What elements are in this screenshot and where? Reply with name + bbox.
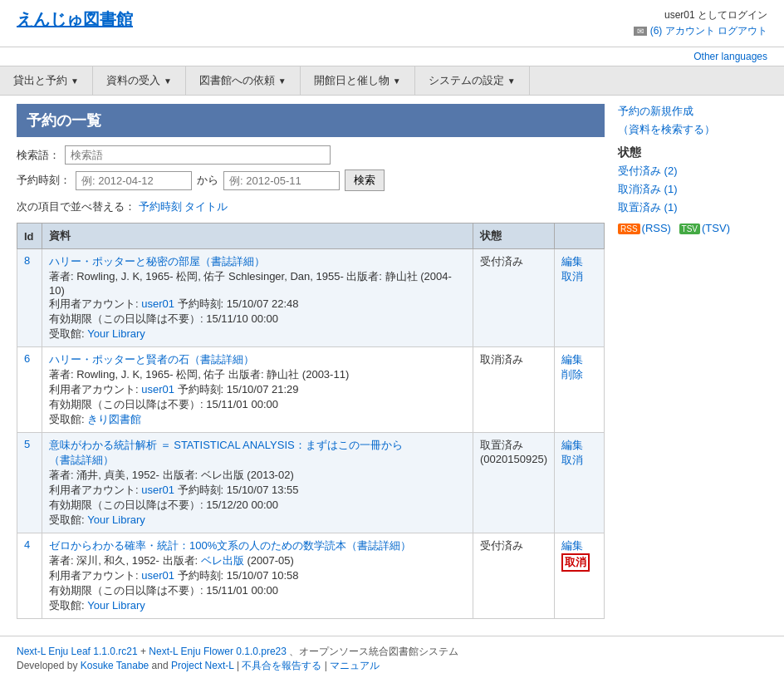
other-languages-bar: Other languages [0, 47, 784, 66]
row4-actions: 編集 取消 [555, 533, 605, 619]
main-content: 予約の一覧 検索語： 予約時刻： から 検索 次の項目で並べ替える： 予約時刻 … [0, 96, 784, 627]
row3-id-link[interactable]: 5 [24, 438, 30, 450]
email-icon: ✉ [634, 27, 647, 36]
row4-detail-link[interactable]: （書誌詳細） [346, 539, 411, 552]
sidebar-feeds: RSS(RSS) TSV(TSV) [618, 222, 767, 234]
row2-library-link[interactable]: きり図書館 [87, 413, 141, 425]
row2-delete-link[interactable]: 削除 [561, 367, 597, 382]
search-button[interactable]: 検索 [345, 170, 385, 191]
sidebar-reserved-link[interactable]: 取置済み (1) [618, 201, 678, 214]
row3-title-link[interactable]: 意味がわかる統計解析 ＝ STATISTICAL ANALYSIS：まずはこの一… [49, 439, 403, 451]
row2-title-link[interactable]: ハリー・ポッターと賢者の石 [49, 353, 189, 366]
row3-account: 利用者アカウント: user01 予約時刻: 15/10/07 13:55 [49, 483, 466, 498]
row1-expire: 有効期限（この日以降は不要）: 15/11/10 00:00 [49, 312, 466, 327]
row4-library-link[interactable]: Your Library [87, 599, 145, 612]
footer-bugreport-link[interactable]: 不具合を報告する [242, 660, 321, 671]
row3-actions: 編集 取消 [555, 433, 605, 533]
date-to-input[interactable] [223, 171, 340, 190]
row4-material: ゼロからわかる確率・統計：100%文系の人のための数学読本（書誌詳細） 著者: … [42, 533, 473, 619]
nav-settings[interactable]: システムの設定 ▼ [415, 66, 530, 95]
table-row: 5 意味がわかる統計解析 ＝ STATISTICAL ANALYSIS：まずはこ… [17, 433, 605, 533]
sidebar-accepted-link[interactable]: 受付済み (2) [618, 165, 678, 177]
navbar: 貸出と予約 ▼ 資料の受入 ▼ 図書館への依頼 ▼ 開館日と催し物 ▼ システム… [0, 66, 784, 96]
row4-id: 4 [17, 533, 42, 619]
row2-authors: 著者: Rowling, J. K, 1965- 松岡, 佑子 出版者: 静山社… [49, 367, 466, 382]
nav-events-arrow: ▼ [393, 76, 401, 86]
tsv-link[interactable]: (TSV) [702, 222, 730, 234]
row4-cancel-link[interactable]: 取消 [561, 553, 590, 572]
nav-acquisition-label: 資料の受入 [106, 73, 160, 88]
sidebar-cancelled-link[interactable]: 取消済み (1) [618, 183, 678, 195]
account-logout-link[interactable]: (6) アカウント ログアウト [650, 24, 767, 38]
search-material-link[interactable]: （資料を検索する） [618, 123, 715, 135]
date-row: 予約時刻： から 検索 [17, 170, 605, 191]
keyword-input[interactable] [65, 145, 331, 165]
row3-edit-link[interactable]: 編集 [561, 438, 597, 453]
row3-library-link[interactable]: Your Library [87, 513, 145, 526]
row3-detail-link[interactable]: （書誌詳細） [49, 454, 114, 466]
site-title: えんじゅ図書館 [17, 8, 133, 31]
other-languages-link[interactable]: Other languages [693, 51, 767, 62]
row3-user-link[interactable]: user01 [141, 484, 174, 496]
table-row: 4 ゼロからわかる確率・統計：100%文系の人のための数学読本（書誌詳細） 著者… [17, 533, 605, 619]
row1-library-link[interactable]: Your Library [87, 327, 145, 340]
new-reserve-link[interactable]: 予約の新規作成 [618, 105, 693, 117]
nav-lending[interactable]: 貸出と予約 ▼ [0, 66, 93, 95]
row1-library: 受取館: Your Library [49, 327, 466, 341]
nav-acquisition-arrow: ▼ [164, 76, 172, 86]
row4-publisher-link[interactable]: ベレ出版 [201, 554, 244, 567]
row1-user-link[interactable]: user01 [141, 297, 174, 310]
row2-id-link[interactable]: 6 [24, 352, 30, 365]
rss-link[interactable]: (RSS) [642, 222, 671, 234]
page-title: 予約の一覧 [27, 111, 595, 130]
nav-acquisition[interactable]: 資料の受入 ▼ [93, 66, 186, 95]
nav-request-arrow: ▼ [278, 76, 287, 86]
row4-user-link[interactable]: user01 [141, 569, 174, 582]
row1-title-link[interactable]: ハリー・ポッターと秘密の部屋 [49, 255, 200, 268]
row4-edit-link[interactable]: 編集 [561, 538, 597, 553]
row1-edit-link[interactable]: 編集 [561, 254, 597, 269]
site-title-link[interactable]: えんじゅ図書館 [17, 10, 133, 28]
footer-flower-link[interactable]: Next-L Enju Flower 0.1.0.pre23 [149, 646, 287, 657]
footer-leaf-link[interactable]: Next-L Enju Leaf 1.1.0.rc21 [17, 646, 138, 657]
table-row: 8 ハリー・ポッターと秘密の部屋（書誌詳細） 著者: Rowling, J. K… [17, 249, 605, 347]
nav-events[interactable]: 開館日と催し物 ▼ [301, 66, 415, 95]
row2-actions: 編集 削除 [555, 347, 605, 433]
row2-expire: 有効期限（この日以降は不要）: 15/11/01 00:00 [49, 397, 466, 412]
row4-id-link[interactable]: 4 [24, 538, 30, 551]
row2-library: 受取館: きり図書館 [49, 412, 466, 427]
reserves-table: Id 資料 状態 8 ハリー・ポッターと秘密の部屋（書誌詳細） 著者: Rowl… [17, 223, 605, 619]
row2-user-link[interactable]: user01 [141, 383, 174, 396]
footer-manual-link[interactable]: マニュアル [330, 660, 380, 671]
footer: Next-L Enju Leaf 1.1.0.rc21 + Next-L Enj… [0, 636, 784, 678]
date-from-input[interactable] [76, 171, 192, 190]
row1-detail-link[interactable]: （書誌詳細） [200, 255, 265, 268]
row1-id-link[interactable]: 8 [24, 254, 30, 267]
row2-id: 6 [17, 347, 42, 433]
row4-expire: 有効期限（この日以降は不要）: 15/11/01 00:00 [49, 583, 466, 598]
sidebar-cancelled: 取消済み (1) [618, 182, 767, 197]
sort-label: 次の項目で並べ替える： [17, 200, 135, 213]
sort-title-link[interactable]: タイトル [184, 200, 228, 213]
footer-project-link[interactable]: Project Next-L [171, 660, 234, 671]
row2-edit-link[interactable]: 編集 [561, 352, 597, 367]
table-body: 8 ハリー・ポッターと秘密の部屋（書誌詳細） 著者: Rowling, J. K… [17, 249, 605, 619]
search-form: 検索語： 予約時刻： から 検索 [17, 145, 605, 191]
date-to-label: から [197, 173, 218, 188]
page-title-bar: 予約の一覧 [17, 104, 605, 137]
date-label: 予約時刻： [17, 173, 71, 188]
sidebar-status-list: 受付済み (2) 取消済み (1) 取置済み (1) [618, 164, 767, 215]
nav-request[interactable]: 図書館への依頼 ▼ [186, 66, 301, 95]
nav-settings-arrow: ▼ [507, 76, 516, 86]
sort-datetime-link[interactable]: 予約時刻 [139, 200, 182, 213]
footer-tanabe-link[interactable]: Kosuke Tanabe [81, 660, 149, 671]
footer-line2: Developed by Kosuke Tanabe and Project N… [17, 659, 767, 673]
row1-account: 利用者アカウント: user01 予約時刻: 15/10/07 22:48 [49, 297, 466, 312]
footer-plus: + [140, 646, 149, 657]
row3-status: 取置済み(0020150925) [473, 433, 555, 533]
nav-request-label: 図書館への依頼 [199, 73, 275, 88]
row2-detail-link[interactable]: （書誌詳細） [189, 353, 254, 366]
row1-cancel-link[interactable]: 取消 [561, 269, 597, 284]
row4-title-link[interactable]: ゼロからわかる確率・統計：100%文系の人のための数学読本 [49, 539, 346, 552]
row3-cancel-link[interactable]: 取消 [561, 453, 597, 468]
